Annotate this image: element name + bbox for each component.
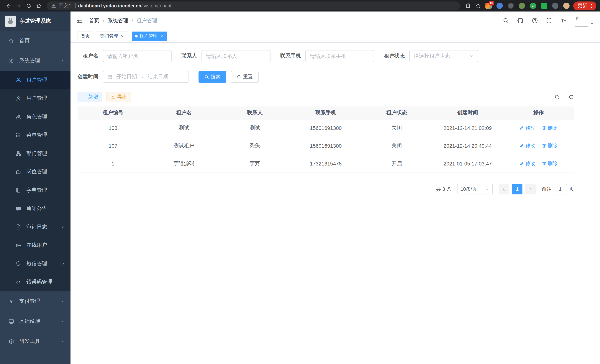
- sidebar-item-error-code[interactable]: 错误码管理: [0, 273, 71, 291]
- extension-icon-5[interactable]: [530, 3, 536, 9]
- goto-page-input[interactable]: [554, 184, 567, 194]
- tab-label: 部门管理: [100, 33, 118, 39]
- cell-created: 2021-12-14 20:49:44: [432, 137, 503, 155]
- sidebar-item-system[interactable]: 系统管理: [0, 51, 71, 71]
- browser-forward-icon[interactable]: [14, 1, 24, 10]
- sidebar-item-online-user[interactable]: 在线用户: [0, 236, 71, 254]
- extension-icon-2[interactable]: [497, 3, 503, 9]
- col-tenant-id: 租户编号: [77, 106, 149, 119]
- message-icon: [15, 206, 21, 212]
- chevron-down-icon: [61, 339, 65, 343]
- extension-icon-4[interactable]: [519, 3, 525, 9]
- extension-icon-3[interactable]: [508, 3, 514, 9]
- sidebar-item-pay[interactable]: ¥ 支付管理: [0, 291, 71, 311]
- breadcrumb-home[interactable]: 首页: [89, 17, 99, 24]
- yen-icon: ¥: [8, 299, 14, 304]
- phone-input[interactable]: [305, 50, 375, 62]
- close-icon[interactable]: [159, 34, 164, 38]
- cell-status: 开启: [361, 155, 432, 173]
- delete-link[interactable]: 删除: [542, 125, 558, 131]
- page-size-select[interactable]: 10条/页: [457, 184, 493, 194]
- browser-home-icon[interactable]: [34, 1, 44, 10]
- create-time-range-picker[interactable]: 开始日期 - 结束日期: [103, 71, 189, 83]
- sidebar-item-menu[interactable]: 菜单管理: [0, 126, 71, 144]
- github-icon[interactable]: [517, 17, 524, 24]
- sidebar-item-label: 在线用户: [26, 242, 47, 249]
- address-bar[interactable]: 不安全 dashboard.yudao.iocoder.cn/system/te…: [47, 1, 460, 10]
- prev-page-button[interactable]: [499, 184, 509, 194]
- table-row: 1 芋道源码 芋艿 17321315478 开启 2021-01-05 17:0…: [77, 155, 574, 173]
- close-icon[interactable]: [120, 34, 125, 38]
- sidebar-item-infra[interactable]: 基础设施: [0, 311, 71, 331]
- refresh-table-icon[interactable]: [568, 94, 574, 100]
- user-avatar-menu[interactable]: [575, 15, 594, 27]
- sidebar-item-home[interactable]: 首页: [0, 31, 71, 51]
- contact-input[interactable]: [201, 50, 271, 62]
- header-search-icon[interactable]: [503, 18, 509, 24]
- delete-link[interactable]: 删除: [542, 160, 558, 167]
- tab-tenant[interactable]: 租户管理: [132, 31, 167, 41]
- edit-link[interactable]: 修改: [520, 142, 535, 149]
- export-button[interactable]: 导出: [106, 92, 131, 102]
- edit-link[interactable]: 修改: [520, 160, 535, 167]
- sidebar-item-dept[interactable]: 部门管理: [0, 144, 71, 163]
- extension-icon-1[interactable]: 10: [485, 3, 492, 9]
- sidebar-item-sms[interactable]: 短信管理: [0, 254, 71, 273]
- sidebar-item-post[interactable]: 岗位管理: [0, 163, 71, 181]
- cell-tenant-id: 107: [77, 137, 149, 155]
- reset-button[interactable]: 重置: [231, 71, 259, 83]
- menu-fold-icon[interactable]: [76, 17, 83, 24]
- help-icon[interactable]: [532, 18, 538, 24]
- page-1-button[interactable]: 1: [512, 184, 523, 194]
- extension-icon-6[interactable]: [541, 3, 547, 9]
- tab-home[interactable]: 首页: [77, 31, 93, 41]
- extension-badge: 10: [488, 1, 494, 5]
- shield-icon: [15, 261, 21, 267]
- logo-image: [5, 16, 16, 27]
- breadcrumb-separator: /: [103, 18, 104, 24]
- browser-back-icon[interactable]: [4, 1, 14, 10]
- fullscreen-icon[interactable]: [546, 18, 552, 24]
- sidebar-item-tenant[interactable]: 租户管理: [0, 71, 71, 89]
- breadcrumb-system[interactable]: 系统管理: [108, 17, 128, 24]
- tab-dept[interactable]: 部门管理: [97, 31, 128, 41]
- date-separator: -: [141, 74, 143, 80]
- cell-tenant-id: 108: [77, 119, 149, 137]
- sidebar-item-user[interactable]: 用户管理: [0, 89, 71, 108]
- sidebar-item-dict[interactable]: 字典管理: [0, 181, 71, 199]
- table-row: 107 测试租户 秃头 15601691300 关闭 2021-12-14 20…: [77, 137, 574, 155]
- search-button[interactable]: 搜索: [198, 71, 226, 83]
- sidebar-item-audit-log[interactable]: 审计日志: [0, 218, 71, 236]
- svg-text:T: T: [564, 19, 566, 23]
- sidebar-item-dev-tool[interactable]: 研发工具: [0, 331, 71, 351]
- omnibox-divider: [75, 3, 75, 8]
- share-icon[interactable]: [463, 1, 473, 10]
- edit-link[interactable]: 修改: [520, 125, 535, 131]
- update-button[interactable]: 更新: [573, 1, 596, 10]
- cell-actions: 修改 删除: [503, 137, 574, 155]
- add-button[interactable]: 新增: [77, 92, 103, 102]
- delete-link[interactable]: 删除: [542, 142, 558, 149]
- active-tab-dot: [135, 35, 138, 37]
- breadcrumb-separator: /: [132, 18, 133, 24]
- browser-reload-icon[interactable]: [24, 1, 34, 10]
- sidebar-item-label: 部门管理: [26, 150, 47, 157]
- sidebar-item-notice[interactable]: 通知公告: [0, 199, 71, 218]
- font-size-icon[interactable]: TT: [560, 17, 567, 24]
- url-domain: dashboard.yudao.iocoder.cn: [78, 3, 141, 8]
- col-actions: 操作: [503, 106, 574, 119]
- sidebar-item-role[interactable]: 角色管理: [0, 108, 71, 126]
- bookmark-star-icon[interactable]: [473, 1, 483, 10]
- col-tenant-name: 租户名: [149, 106, 219, 119]
- tenant-status-select[interactable]: 请选择租户状态: [409, 50, 478, 62]
- extension-icon-7[interactable]: [552, 3, 558, 9]
- profile-avatar[interactable]: [563, 3, 570, 9]
- tenant-table: 租户编号 租户名 联系人 联系手机 租户状态 创建时间 操作 108 测试: [77, 106, 574, 173]
- toggle-search-icon[interactable]: [554, 94, 560, 100]
- sidebar-item-label: 角色管理: [26, 113, 47, 120]
- app-logo[interactable]: 芋道管理系统: [0, 11, 71, 31]
- tenant-name-input[interactable]: [103, 50, 172, 62]
- gear-icon: [8, 58, 14, 64]
- select-placeholder: 请选择租户状态: [414, 53, 450, 59]
- next-page-button[interactable]: [525, 184, 536, 194]
